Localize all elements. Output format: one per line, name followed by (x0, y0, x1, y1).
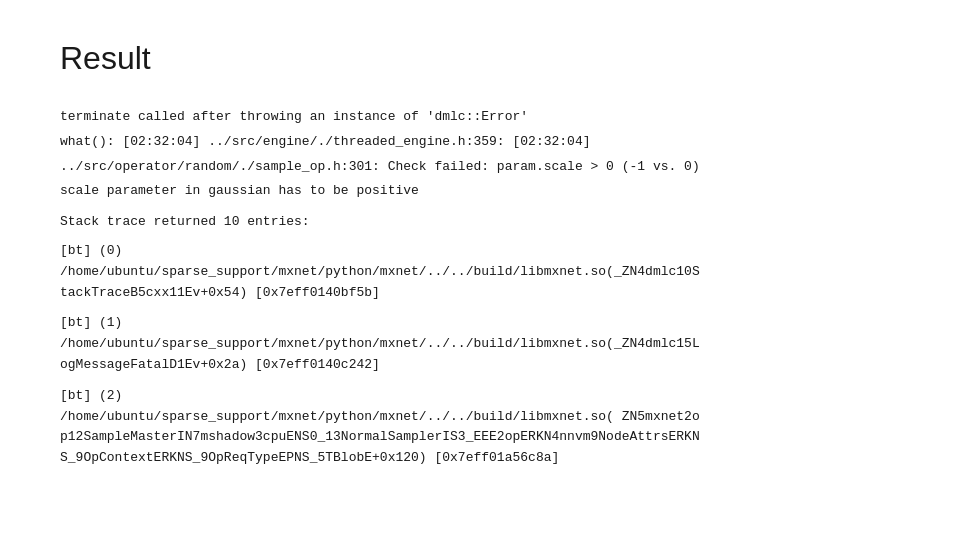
error-detail2-text: scale parameter in gaussian has to be po… (60, 183, 419, 198)
error-header-text: terminate called after throwing an insta… (60, 109, 528, 124)
error-header-line: terminate called after throwing an insta… (60, 107, 900, 128)
bt-line1-2: /home/ubuntu/sparse_support/mxnet/python… (60, 407, 900, 428)
stack-header: Stack trace returned 10 entries: (60, 212, 900, 233)
bt-line1-1: /home/ubuntu/sparse_support/mxnet/python… (60, 334, 900, 355)
bt-line2-0: tackTraceB5cxx11Ev+0x54) [0x7eff0140bf5b… (60, 283, 900, 304)
page-title: Result (60, 40, 900, 77)
bt-line2-1: ogMessageFatalD1Ev+0x2a) [0x7eff0140c242… (60, 355, 900, 376)
what-line-text: what(): [02:32:04] ../src/engine/./threa… (60, 134, 591, 149)
error-detail1-line: ../src/operator/random/./sample_op.h:301… (60, 157, 900, 178)
bt-line2-2: p12SampleMasterIN7mshadow3cpuENS0_13Norm… (60, 427, 900, 448)
bt-label-2: [bt] (2) (60, 386, 900, 407)
bt-entry-0: [bt] (0) /home/ubuntu/sparse_support/mxn… (60, 241, 900, 303)
error-detail2-line: scale parameter in gaussian has to be po… (60, 181, 900, 202)
bt-line3-2: S_9OpContextERKNS_9OpReqTypeEPNS_5TBlobE… (60, 448, 900, 469)
error-detail1-text: ../src/operator/random/./sample_op.h:301… (60, 159, 700, 174)
stack-section: Stack trace returned 10 entries: [bt] (0… (60, 212, 900, 469)
bt-entry-2: [bt] (2) /home/ubuntu/sparse_support/mxn… (60, 386, 900, 469)
bt-label-1: [bt] (1) (60, 313, 900, 334)
bt-line1-0: /home/ubuntu/sparse_support/mxnet/python… (60, 262, 900, 283)
what-line: what(): [02:32:04] ../src/engine/./threa… (60, 132, 900, 153)
stack-header-text: Stack trace returned 10 entries: (60, 214, 310, 229)
bt-label-0: [bt] (0) (60, 241, 900, 262)
bt-entry-1: [bt] (1) /home/ubuntu/sparse_support/mxn… (60, 313, 900, 375)
content-area: terminate called after throwing an insta… (60, 107, 900, 469)
